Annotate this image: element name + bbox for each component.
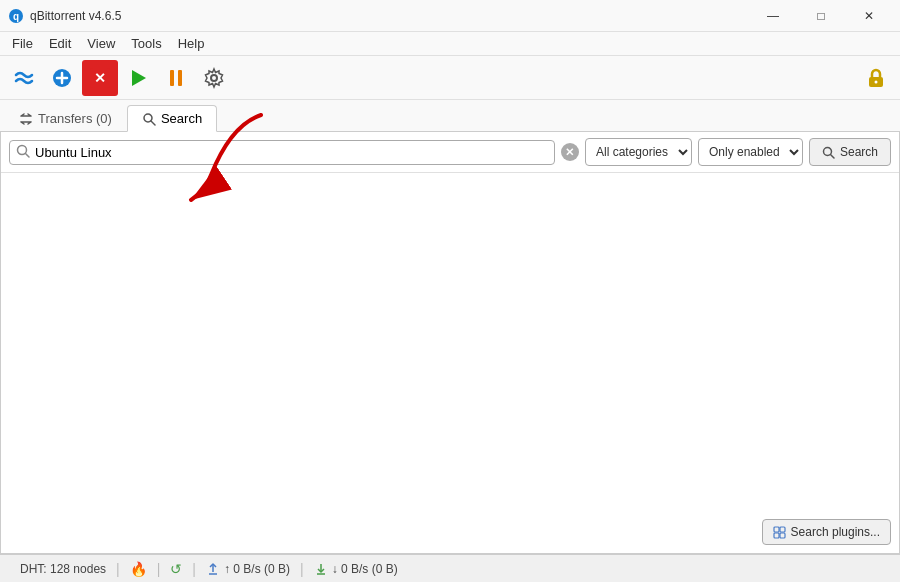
svg-marker-7 (132, 70, 146, 86)
tab-transfers[interactable]: Transfers (0) (4, 105, 127, 131)
menu-view[interactable]: View (79, 34, 123, 53)
add-torrent-link-button[interactable] (6, 60, 42, 96)
status-bar: DHT: 128 nodes | 🔥 | ↺ | ↑ 0 B/s (0 B) |… (0, 554, 900, 582)
menu-tools[interactable]: Tools (123, 34, 169, 53)
search-bar: ✕ All categories Only enabled Search (1, 132, 899, 173)
search-button-icon (822, 146, 835, 159)
transfers-icon (19, 112, 33, 126)
window-controls: — □ ✕ (750, 0, 892, 32)
clear-search-button[interactable]: ✕ (561, 143, 579, 161)
svg-text:✕: ✕ (94, 70, 106, 86)
download-icon (314, 562, 328, 576)
menu-bar: File Edit View Tools Help (0, 32, 900, 56)
svg-line-18 (830, 154, 834, 158)
category-select[interactable]: All categories (585, 138, 692, 166)
svg-rect-22 (774, 533, 779, 538)
close-button[interactable]: ✕ (846, 0, 892, 32)
svg-rect-23 (780, 533, 785, 538)
svg-rect-8 (170, 70, 174, 86)
dht-flame-icon: 🔥 (120, 561, 157, 577)
pause-button[interactable] (158, 60, 194, 96)
svg-line-16 (26, 153, 30, 157)
upload-status: ↑ 0 B/s (0 B) (196, 562, 300, 576)
minimize-button[interactable]: — (750, 0, 796, 32)
tab-search[interactable]: Search (127, 105, 217, 132)
menu-help[interactable]: Help (170, 34, 213, 53)
svg-line-14 (151, 121, 155, 125)
main-content: ✕ All categories Only enabled Search (0, 132, 900, 554)
search-execute-button[interactable]: Search (809, 138, 891, 166)
delete-button[interactable]: ✕ (82, 60, 118, 96)
svg-rect-21 (780, 527, 785, 532)
title-bar: q qBittorrent v4.6.5 — □ ✕ (0, 0, 900, 32)
svg-text:q: q (13, 11, 19, 22)
tabs: Transfers (0) Search (0, 100, 900, 132)
svg-point-10 (211, 75, 217, 81)
toolbar: ✕ (0, 56, 900, 100)
plugins-icon (773, 526, 786, 539)
menu-file[interactable]: File (4, 34, 41, 53)
dht-status: DHT: 128 nodes (10, 562, 116, 576)
settings-button[interactable] (196, 60, 232, 96)
search-plugins-button[interactable]: Search plugins... (762, 519, 891, 545)
add-button[interactable] (44, 60, 80, 96)
maximize-button[interactable]: □ (798, 0, 844, 32)
upload-icon (206, 562, 220, 576)
empty-area: Search plugins... (1, 173, 899, 553)
svg-rect-20 (774, 527, 779, 532)
search-input-wrapper (9, 140, 555, 165)
search-icon (16, 144, 30, 161)
svg-rect-9 (178, 70, 182, 86)
enabled-select[interactable]: Only enabled (698, 138, 803, 166)
lock-button[interactable] (858, 60, 894, 96)
dht-refresh-icon: ↺ (160, 561, 192, 577)
search-input[interactable] (35, 145, 548, 160)
app-icon: q (8, 8, 24, 24)
svg-point-12 (875, 80, 878, 83)
window-title: qBittorrent v4.6.5 (30, 9, 750, 23)
menu-edit[interactable]: Edit (41, 34, 79, 53)
resume-button[interactable] (120, 60, 156, 96)
download-status: ↓ 0 B/s (0 B) (304, 562, 408, 576)
search-tab-icon (142, 112, 156, 126)
